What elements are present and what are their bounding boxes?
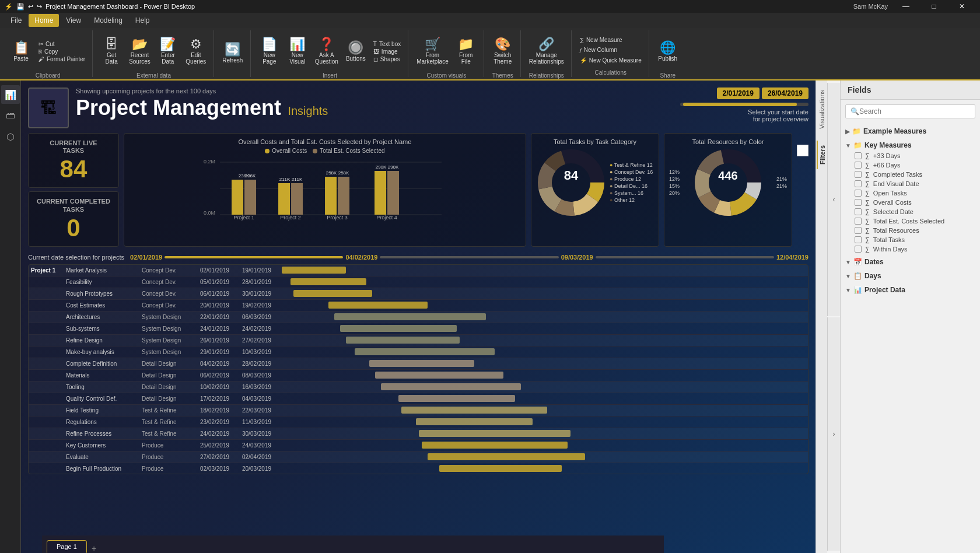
- quick-access-undo[interactable]: ↩: [28, 3, 33, 10]
- date-slider-track[interactable]: [680, 103, 808, 106]
- bar-p2-v2[interactable]: [291, 183, 303, 215]
- timeline-date-3: 09/03/2019: [561, 254, 593, 261]
- ask-question-btn[interactable]: ❓ Ask AQuestion: [313, 32, 341, 71]
- field-open-tasks[interactable]: ∑ Open Tasks: [843, 188, 978, 198]
- refresh-btn[interactable]: 🔄 Refresh: [220, 33, 246, 73]
- field-end-visual-date[interactable]: ∑ End Visual Date: [843, 179, 978, 188]
- new-quick-measure-btn[interactable]: ⚡ New Quick Measure: [578, 57, 644, 64]
- text-box-btn[interactable]: T Text box: [371, 40, 403, 48]
- date-end-pill[interactable]: 26/04/2019: [762, 88, 808, 99]
- sidebar-report-icon[interactable]: 📊: [1, 85, 20, 104]
- checkbox-total-tasks[interactable]: [855, 236, 862, 243]
- color-selector[interactable]: [797, 145, 808, 156]
- minimize-btn[interactable]: —: [892, 0, 919, 13]
- checkbox-66-days[interactable]: [855, 162, 862, 169]
- checkbox-33-days[interactable]: [855, 152, 862, 159]
- add-page-btn[interactable]: +: [88, 544, 100, 553]
- shapes-btn[interactable]: ◻ Shapes: [371, 55, 403, 63]
- new-visual-btn[interactable]: 📊 NewVisual: [285, 32, 310, 71]
- tree-section-header-days[interactable]: ▼ 📋 Days: [843, 270, 978, 282]
- enter-data-btn[interactable]: 📝 EnterData: [155, 32, 181, 71]
- viz-tab-visualizations[interactable]: Visualizations: [817, 85, 827, 134]
- menu-file[interactable]: File: [5, 14, 27, 27]
- gantt-start-date: 02/01/2019: [198, 267, 240, 274]
- timeline-track-1[interactable]: [164, 256, 343, 258]
- bar-p4-v2[interactable]: [387, 171, 399, 215]
- image-btn[interactable]: 🖼 Image: [371, 48, 403, 55]
- field-within-days[interactable]: ∑ Within Days: [843, 244, 978, 254]
- menu-modeling[interactable]: Modeling: [88, 14, 128, 27]
- switch-theme-btn[interactable]: 🎨 SwitchTheme: [490, 32, 516, 71]
- new-column-btn[interactable]: 𝑓 New Column: [578, 46, 644, 54]
- manage-relationships-btn[interactable]: 🔗 ManageRelationships: [527, 32, 566, 71]
- gantt-start-date: 04/02/2019: [198, 360, 240, 367]
- field-selected-date[interactable]: ∑ Selected Date: [843, 207, 978, 216]
- quick-access-redo[interactable]: ↪: [37, 3, 42, 10]
- publish-btn[interactable]: 🌐 Publish: [655, 32, 681, 71]
- tree-section-header-example[interactable]: ▶ 📁 Example Measures: [843, 125, 978, 137]
- sidebar-data-icon[interactable]: 🗃: [1, 106, 20, 125]
- paste-btn[interactable]: 📋 Paste: [8, 32, 34, 71]
- field-33-days[interactable]: ∑ +33 Days: [843, 151, 978, 160]
- field-completed-tasks[interactable]: ∑ Completed Tasks: [843, 170, 978, 179]
- maximize-btn[interactable]: □: [921, 0, 947, 13]
- collapse-left-btn[interactable]: ‹: [827, 83, 840, 316]
- checkbox-overall-costs[interactable]: [855, 199, 862, 206]
- tree-section-header-project[interactable]: ▼ 📊 Project Data: [843, 284, 978, 296]
- tree-section-header-key[interactable]: ▼ 📁 Key Measures: [843, 139, 978, 151]
- menu-help[interactable]: Help: [130, 14, 156, 27]
- field-total-est-costs[interactable]: ∑ Total Est. Costs Selected: [843, 216, 978, 226]
- from-marketplace-btn[interactable]: 🛒 FromMarketplace: [414, 32, 450, 71]
- app-icon: ⚡: [5, 3, 13, 10]
- bar-p3-v2[interactable]: [338, 177, 349, 215]
- from-file-btn[interactable]: 📁 FromFile: [453, 32, 479, 71]
- recent-sources-btn[interactable]: 📂 RecentSources: [127, 32, 153, 71]
- gantt-container[interactable]: Project 1 Market Analysis Concept Dev. 0…: [28, 264, 808, 474]
- bar-p4-v1[interactable]: [374, 171, 386, 215]
- new-measure-btn[interactable]: ∑ New Measure: [578, 36, 644, 44]
- search-box[interactable]: 🔍: [845, 104, 975, 118]
- bar-p2-v1[interactable]: [278, 183, 290, 215]
- donut-legend-right: 21% 21%: [776, 176, 787, 189]
- field-66-days[interactable]: ∑ +66 Days: [843, 160, 978, 170]
- gantt-task-cell: Materials: [64, 372, 139, 379]
- timeline-track-3[interactable]: [596, 256, 774, 258]
- date-start-pill[interactable]: 2/01/2019: [717, 88, 760, 99]
- collapse-right-btn[interactable]: ›: [827, 317, 840, 551]
- checkbox-end-visual-date[interactable]: [855, 180, 862, 187]
- search-input[interactable]: [859, 107, 970, 116]
- quick-access-save[interactable]: 💾: [16, 3, 24, 10]
- copy-btn[interactable]: ⎘ Copy: [36, 48, 88, 55]
- menu-view[interactable]: View: [60, 14, 87, 27]
- gantt-start-date: 06/01/2019: [198, 290, 240, 297]
- close-btn[interactable]: ✕: [949, 0, 975, 13]
- format-painter-btn[interactable]: 🖌 Format Painter: [36, 55, 88, 63]
- tree-section-header-dates[interactable]: ▼ 📅 Dates: [843, 256, 978, 268]
- field-total-tasks[interactable]: ∑ Total Tasks: [843, 235, 978, 244]
- bar-p1-v1[interactable]: [232, 180, 243, 215]
- gantt-category-cell: Detail Design: [139, 360, 198, 367]
- timeline-track-2[interactable]: [380, 256, 558, 258]
- checkbox-total-resources[interactable]: [855, 227, 862, 234]
- bar-p3-v1[interactable]: [325, 177, 337, 215]
- page-tab-1[interactable]: Page 1: [47, 540, 87, 553]
- cut-btn[interactable]: ✂ Cut: [36, 40, 88, 48]
- get-data-btn[interactable]: 🗄 GetData: [99, 32, 124, 71]
- menu-home[interactable]: Home: [29, 14, 59, 27]
- checkbox-within-days[interactable]: [855, 246, 862, 253]
- field-overall-costs[interactable]: ∑ Overall Costs: [843, 198, 978, 207]
- field-total-resources[interactable]: ∑ Total Resources: [843, 226, 978, 235]
- window-controls[interactable]: — □ ✕: [892, 0, 975, 13]
- viz-tab-filters[interactable]: Filters: [817, 141, 827, 169]
- new-page-btn[interactable]: 📄 NewPage: [257, 32, 282, 71]
- bar-p1-v2[interactable]: [244, 180, 256, 215]
- buttons-btn[interactable]: 🔘 Buttons: [343, 32, 369, 71]
- checkbox-completed-tasks[interactable]: [855, 171, 862, 178]
- gantt-task-cell: Architectures: [64, 314, 139, 320]
- checkbox-selected-date[interactable]: [855, 208, 862, 215]
- sidebar-model-icon[interactable]: ⬡: [1, 127, 20, 146]
- checkbox-total-est-costs[interactable]: [855, 218, 862, 225]
- checkbox-open-tasks[interactable]: [855, 190, 862, 197]
- gantt-bar: [293, 290, 372, 297]
- edit-queries-btn[interactable]: ⚙ EditQueries: [183, 32, 209, 71]
